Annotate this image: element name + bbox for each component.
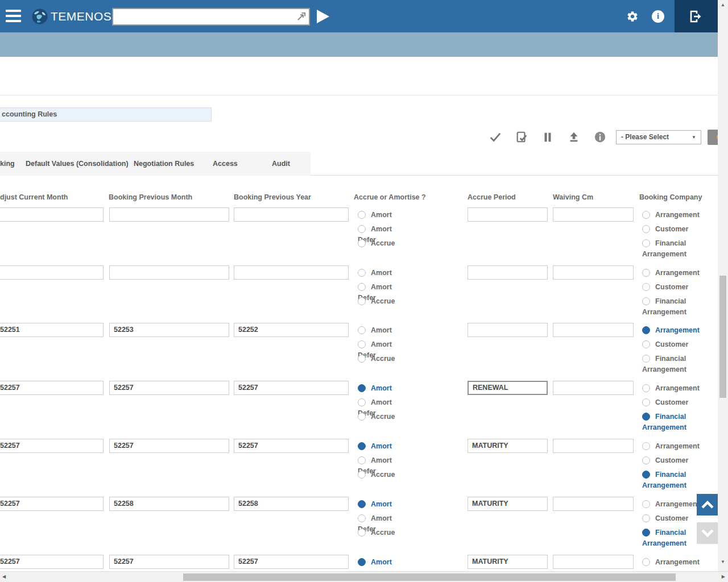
radio-icon[interactable] xyxy=(642,239,650,247)
amort-radio[interactable]: Amort xyxy=(358,269,392,277)
radio-icon[interactable] xyxy=(642,500,650,508)
accrue-period-input[interactable] xyxy=(468,323,548,337)
authorise-icon[interactable] xyxy=(515,131,528,143)
tab-audit[interactable]: Audit xyxy=(272,152,290,176)
radio-icon[interactable] xyxy=(358,413,366,421)
amort-radio[interactable]: Amort xyxy=(358,558,392,566)
tab-negotiation-rules[interactable]: Negotiation Rules xyxy=(134,152,194,176)
radio-icon[interactable] xyxy=(358,283,366,291)
amort-radio[interactable]: Amort xyxy=(358,211,392,219)
radio-icon[interactable] xyxy=(642,529,650,537)
radio-icon[interactable] xyxy=(642,514,650,522)
radio-icon[interactable] xyxy=(642,413,650,421)
adjust-current-month-input[interactable]: 52251 xyxy=(0,323,104,337)
financial-arrangement-radio[interactable]: FinancialArrangement xyxy=(642,529,686,547)
amort-radio[interactable]: Amort xyxy=(358,500,392,508)
accrue-radio[interactable]: Accrue xyxy=(358,355,395,363)
radio-icon[interactable] xyxy=(642,398,650,406)
radio-icon[interactable] xyxy=(358,514,366,522)
scrollbar-right-arrow[interactable]: ▶ xyxy=(722,572,725,582)
radio-icon[interactable] xyxy=(358,558,366,566)
radio-icon[interactable] xyxy=(642,471,650,479)
adjust-current-month-input[interactable] xyxy=(0,207,104,222)
radio-icon[interactable] xyxy=(358,529,366,537)
radio-icon[interactable] xyxy=(358,384,366,392)
accrue-period-input[interactable]: MATURITY xyxy=(468,497,548,511)
scroll-page-down-button[interactable] xyxy=(697,522,718,544)
booking-previous-year-input[interactable]: 52257 xyxy=(234,439,349,453)
financial-arrangement-radio[interactable]: FinancialArrangement xyxy=(642,297,686,316)
scroll-page-up-button[interactable] xyxy=(697,494,718,516)
booking-previous-month-input[interactable]: 52257 xyxy=(109,439,229,453)
radio-icon[interactable] xyxy=(358,326,366,334)
adjust-current-month-input[interactable] xyxy=(0,265,104,280)
waiving-cm-input[interactable] xyxy=(553,555,634,569)
radio-icon[interactable] xyxy=(642,355,650,363)
adjust-current-month-input[interactable]: 52257 xyxy=(0,555,104,569)
adjust-current-month-input[interactable]: 52257 xyxy=(0,439,104,453)
sign-out-button[interactable] xyxy=(675,0,718,32)
accrue-radio[interactable]: Accrue xyxy=(358,239,395,247)
waiving-cm-input[interactable] xyxy=(553,207,634,222)
radio-icon[interactable] xyxy=(358,398,366,406)
radio-icon[interactable] xyxy=(642,340,650,348)
booking-previous-month-input[interactable] xyxy=(109,265,229,280)
customer-radio[interactable]: Customer xyxy=(642,225,688,233)
radio-icon[interactable] xyxy=(358,211,366,219)
radio-icon[interactable] xyxy=(358,355,366,363)
adjust-current-month-input[interactable]: 52257 xyxy=(0,381,104,395)
radio-icon[interactable] xyxy=(358,297,366,305)
amort-radio[interactable]: Amort xyxy=(358,442,392,450)
radio-icon[interactable] xyxy=(642,442,650,450)
accrue-period-input[interactable]: MATURITY xyxy=(468,555,548,569)
customer-radio[interactable]: Customer xyxy=(642,456,688,464)
menu-icon[interactable] xyxy=(6,10,21,23)
scrollbar-left-arrow[interactable]: ◀ xyxy=(2,572,6,582)
booking-previous-month-input[interactable]: 52253 xyxy=(109,323,229,337)
customer-radio[interactable]: Customer xyxy=(642,398,688,406)
booking-previous-month-input[interactable]: 52257 xyxy=(109,555,229,569)
accrue-period-input[interactable] xyxy=(468,207,548,222)
go-icon[interactable] xyxy=(317,10,329,23)
radio-icon[interactable] xyxy=(642,558,650,566)
waiving-cm-input[interactable] xyxy=(553,323,634,337)
radio-icon[interactable] xyxy=(642,297,650,305)
radio-icon[interactable] xyxy=(642,456,650,464)
radio-icon[interactable] xyxy=(642,225,650,233)
waiving-cm-input[interactable] xyxy=(553,439,634,453)
financial-arrangement-radio[interactable]: FinancialArrangement xyxy=(642,239,686,258)
arrangement-radio[interactable]: Arrangement xyxy=(642,500,700,508)
tab-default-values-consolidation[interactable]: Default Values (Consolidation) xyxy=(26,152,129,176)
customer-radio[interactable]: Customer xyxy=(642,283,688,291)
field-info-icon[interactable] xyxy=(594,131,606,143)
accrue-radio[interactable]: Accrue xyxy=(358,413,395,421)
hold-icon[interactable] xyxy=(541,131,554,143)
amort-radio[interactable]: Amort xyxy=(358,326,392,334)
horizontal-scrollbar[interactable]: ◀ ▶ xyxy=(0,571,728,582)
accrue-period-input[interactable] xyxy=(468,265,548,280)
waiving-cm-input[interactable] xyxy=(553,265,634,280)
booking-previous-year-input[interactable] xyxy=(234,265,349,280)
customer-radio[interactable]: Customer xyxy=(642,340,688,348)
arrangement-radio[interactable]: Arrangement xyxy=(642,326,700,334)
adjust-current-month-input[interactable]: 52257 xyxy=(0,497,104,511)
radio-icon[interactable] xyxy=(358,442,366,450)
radio-icon[interactable] xyxy=(642,384,650,392)
booking-previous-year-input[interactable]: 52257 xyxy=(234,381,349,395)
arrangement-radio[interactable]: Arrangement xyxy=(642,269,700,277)
customer-radio[interactable]: Customer xyxy=(642,514,688,522)
vertical-scrollbar[interactable]: ▲ ▼ xyxy=(718,0,728,571)
booking-previous-year-input[interactable]: 52257 xyxy=(234,555,349,569)
radio-icon[interactable] xyxy=(358,471,366,479)
booking-previous-month-input[interactable] xyxy=(109,207,229,222)
horizontal-scrollbar-thumb[interactable] xyxy=(183,573,676,581)
command-line-input[interactable] xyxy=(115,9,292,24)
accrue-radio[interactable]: Accrue xyxy=(358,297,395,305)
arrangement-radio[interactable]: Arrangement xyxy=(642,442,700,450)
booking-previous-year-input[interactable] xyxy=(234,207,349,222)
gear-icon[interactable] xyxy=(626,10,639,23)
radio-icon[interactable] xyxy=(642,283,650,291)
upload-icon[interactable] xyxy=(568,131,580,143)
financial-arrangement-radio[interactable]: FinancialArrangement xyxy=(642,413,686,431)
radio-icon[interactable] xyxy=(358,340,366,348)
